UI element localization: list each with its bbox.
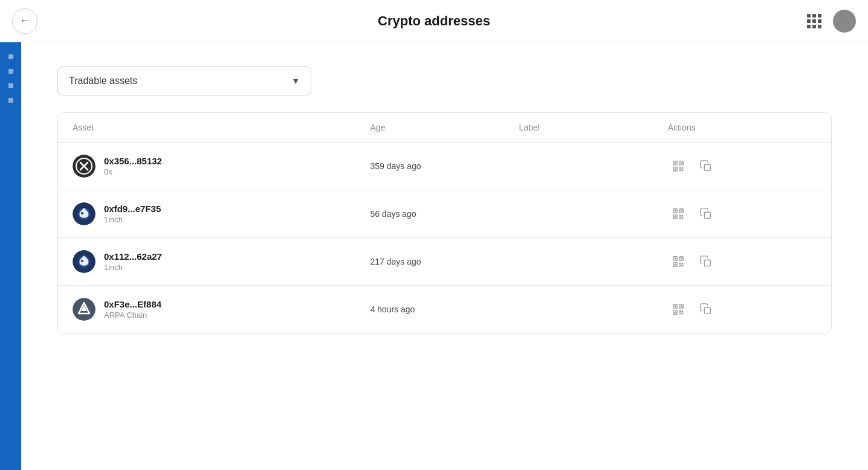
qr-code-button[interactable]: [668, 156, 688, 176]
tradable-assets-dropdown[interactable]: Tradable assets ▼: [57, 66, 311, 95]
table-row: 0x112...62a27 1inch 217 days ago: [58, 238, 831, 286]
asset-info: 0xF3e...Ef884 ARPA Chain: [104, 299, 161, 320]
back-button[interactable]: ←: [12, 8, 37, 34]
svg-rect-52: [679, 311, 681, 312]
asset-icon-1inch-1: [73, 202, 96, 225]
asset-token-name: 0x: [104, 167, 162, 176]
svg-rect-24: [679, 215, 681, 217]
asset-icon-arpa: [73, 298, 96, 321]
actions-cell: [668, 156, 817, 176]
svg-point-17: [81, 212, 83, 214]
sidebar-item-4: [8, 98, 13, 103]
user-avatar[interactable]: [833, 10, 856, 33]
copy-button[interactable]: [696, 204, 716, 224]
main-layout: Tradable assets ▼ Asset Age Label Action…: [0, 42, 868, 470]
asset-address: 0x112...62a27: [104, 251, 162, 262]
asset-cell: 0xfd9...e7F35 1inch: [73, 202, 370, 225]
svg-rect-56: [704, 307, 710, 314]
table-row: 0x356...85132 0x 359 days ago: [58, 143, 831, 190]
header-left: ←: [12, 8, 37, 34]
table-header: Asset Age Label Actions: [58, 113, 831, 143]
asset-token-name: ARPA Chain: [104, 311, 161, 320]
svg-rect-10: [679, 167, 681, 169]
actions-cell: [668, 204, 817, 224]
asset-info: 0xfd9...e7F35 1inch: [104, 204, 161, 224]
svg-rect-40: [679, 265, 681, 267]
col-header-actions: Actions: [668, 123, 817, 132]
header-right: [803, 10, 856, 33]
table-row: 0xfd9...e7F35 1inch 56 days ago: [58, 190, 831, 238]
svg-rect-53: [681, 311, 683, 312]
svg-rect-9: [674, 169, 676, 170]
asset-icon-0x: [73, 155, 96, 178]
age-cell: 217 days ago: [370, 257, 519, 266]
asset-cell: 0x112...62a27 1inch: [73, 250, 370, 273]
svg-rect-8: [680, 163, 682, 164]
asset-info: 0x356...85132 0x: [104, 156, 162, 176]
svg-rect-55: [681, 313, 683, 315]
svg-rect-13: [681, 170, 683, 172]
qr-code-button[interactable]: [668, 251, 688, 272]
svg-point-31: [81, 260, 83, 262]
svg-rect-7: [674, 163, 676, 164]
copy-button[interactable]: [696, 156, 716, 176]
page-title: Crypto addresses: [378, 13, 490, 29]
age-cell: 56 days ago: [370, 209, 519, 219]
filter-dropdown-wrapper: Tradable assets ▼: [57, 66, 832, 95]
svg-rect-36: [680, 258, 682, 260]
svg-rect-22: [680, 210, 682, 212]
svg-rect-49: [674, 306, 676, 307]
actions-cell: [668, 251, 817, 272]
asset-cell: 0xF3e...Ef884 ARPA Chain: [73, 298, 370, 321]
copy-button[interactable]: [696, 251, 716, 272]
addresses-table: Asset Age Label Actions: [57, 112, 832, 333]
svg-rect-11: [681, 167, 683, 169]
table-row: 0xF3e...Ef884 ARPA Chain 4 hours ago: [58, 286, 831, 333]
asset-token-name: 1inch: [104, 215, 161, 224]
svg-rect-54: [679, 313, 681, 315]
svg-rect-12: [679, 170, 681, 172]
asset-address: 0xfd9...e7F35: [104, 204, 161, 214]
actions-cell: [668, 299, 817, 320]
svg-rect-28: [704, 212, 710, 218]
svg-rect-25: [681, 215, 683, 217]
svg-rect-51: [674, 312, 676, 314]
main-content: Tradable assets ▼ Asset Age Label Action…: [21, 42, 868, 470]
svg-rect-23: [674, 216, 676, 218]
apps-icon-button[interactable]: [803, 10, 826, 33]
sidebar-item-3: [8, 83, 13, 88]
qr-code-button[interactable]: [668, 204, 688, 224]
asset-address: 0xF3e...Ef884: [104, 299, 161, 309]
svg-rect-35: [674, 258, 676, 260]
sidebar-item-1: [8, 54, 13, 59]
age-cell: 4 hours ago: [370, 304, 519, 314]
asset-info: 0x112...62a27 1inch: [104, 251, 162, 272]
sidebar: [0, 42, 21, 470]
col-header-age: Age: [370, 123, 519, 132]
qr-code-button[interactable]: [668, 299, 688, 320]
copy-button[interactable]: [696, 299, 716, 320]
asset-address: 0x356...85132: [104, 156, 162, 166]
svg-rect-38: [679, 263, 681, 265]
svg-rect-42: [704, 260, 710, 266]
page-header: ← Crypto addresses: [0, 0, 868, 42]
svg-rect-41: [681, 265, 683, 267]
asset-token-name: 1inch: [104, 263, 162, 272]
chevron-down-icon: ▼: [291, 76, 300, 86]
asset-icon-1inch-2: [73, 250, 96, 273]
col-header-label: Label: [519, 123, 668, 132]
col-header-asset: Asset: [73, 123, 370, 132]
svg-rect-39: [681, 263, 683, 265]
svg-rect-37: [674, 264, 676, 266]
svg-rect-50: [680, 306, 682, 307]
apps-grid-icon: [807, 14, 821, 28]
svg-rect-26: [679, 217, 681, 219]
dropdown-label: Tradable assets: [69, 76, 137, 86]
svg-rect-27: [681, 217, 683, 219]
asset-cell: 0x356...85132 0x: [73, 155, 370, 178]
sidebar-item-2: [8, 69, 13, 74]
age-cell: 359 days ago: [370, 161, 519, 171]
svg-rect-14: [704, 164, 710, 170]
svg-rect-21: [674, 210, 676, 212]
